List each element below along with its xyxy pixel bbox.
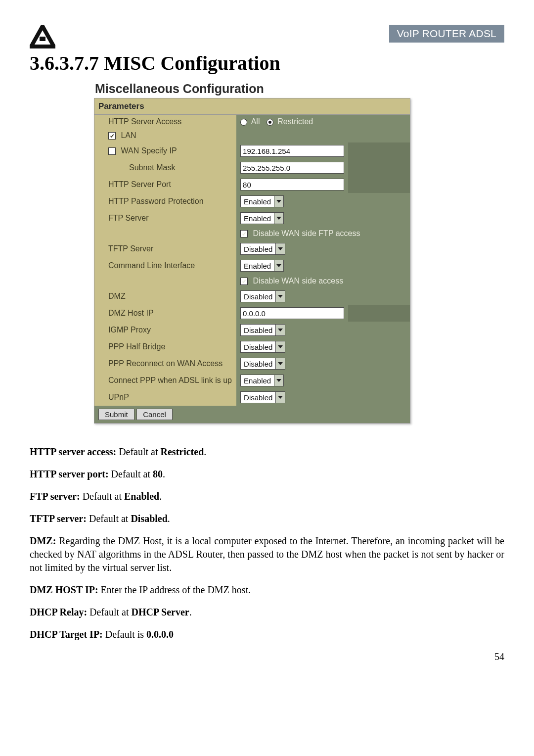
row-http-password-protection: HTTP Password Protection Enabled bbox=[94, 193, 410, 210]
row-wan-specify-ip: WAN Specify IP bbox=[94, 142, 410, 159]
svg-marker-7 bbox=[278, 329, 283, 331]
svg-marker-4 bbox=[278, 247, 283, 250]
chevron-down-icon bbox=[275, 290, 285, 302]
select-http-password-protection[interactable]: Enabled bbox=[240, 195, 284, 207]
product-badge: VoIP ROUTER ADSL bbox=[389, 25, 504, 43]
select-tftp-server[interactable]: Disabled bbox=[240, 243, 285, 255]
select-value: Disabled bbox=[240, 358, 275, 370]
desc-ftp-server: FTP server: Default at Enabled. bbox=[30, 490, 504, 503]
input-wan-specify-ip[interactable] bbox=[240, 145, 344, 157]
value-lan-empty bbox=[236, 129, 410, 142]
desc-dmz-host-ip: DMZ HOST IP: Enter the IP address of the… bbox=[30, 583, 504, 597]
config-screenshot: Miscellaneous Configuration Parameters H… bbox=[94, 82, 410, 424]
chevron-down-icon bbox=[275, 243, 285, 255]
row-buttons: Submit Cancel bbox=[94, 406, 410, 423]
input-dmz-host-ip[interactable] bbox=[240, 307, 344, 319]
desc-http-port: HTTP server port: Default at 80. bbox=[30, 468, 504, 481]
desc-http-access: HTTP server access: Default at Restricte… bbox=[30, 445, 504, 459]
checkbox-disable-wan-ftp[interactable]: ✔ bbox=[240, 230, 248, 237]
select-value: Disabled bbox=[240, 290, 275, 302]
select-ftp-server[interactable]: Enabled bbox=[240, 212, 284, 224]
radio-all-label: All bbox=[251, 117, 260, 126]
row-ftp-server: FTP Server Enabled bbox=[94, 210, 410, 227]
row-upnp: UPnP Disabled bbox=[94, 389, 410, 406]
cancel-button[interactable]: Cancel bbox=[136, 409, 173, 420]
chevron-down-icon bbox=[274, 212, 284, 224]
select-dmz[interactable]: Disabled bbox=[240, 290, 285, 302]
radio-restricted-label: Restricted bbox=[277, 117, 313, 126]
page-header: VoIP ROUTER ADSL bbox=[30, 25, 504, 49]
misc-config-panel: Parameters HTTP Server Access All Restri… bbox=[94, 98, 410, 424]
checkbox-lan[interactable]: ✔ bbox=[108, 132, 116, 140]
desc-dhcp-target-ip: DHCP Target IP: Default is 0.0.0.0 bbox=[30, 628, 504, 641]
panel-title: Miscellaneous Configuration bbox=[95, 82, 410, 96]
label-ftp-server: FTP Server bbox=[94, 210, 236, 227]
select-value: Disabled bbox=[240, 243, 275, 255]
label-subnet-mask: Subnet Mask bbox=[94, 159, 236, 176]
brand-logo-icon bbox=[30, 25, 55, 49]
svg-rect-1 bbox=[40, 37, 45, 41]
chevron-down-icon bbox=[275, 391, 285, 403]
chevron-down-icon bbox=[274, 260, 284, 272]
chevron-down-icon bbox=[274, 375, 284, 386]
select-value: Disabled bbox=[240, 391, 275, 403]
checkbox-disable-wan-access[interactable]: ✔ bbox=[240, 278, 248, 285]
select-value: Enabled bbox=[240, 212, 274, 224]
svg-marker-8 bbox=[278, 345, 283, 348]
chevron-down-icon bbox=[275, 341, 285, 353]
row-http-server-access: HTTP Server Access All Restricted bbox=[94, 115, 410, 129]
label-dmz-host-ip: DMZ Host IP bbox=[94, 305, 236, 322]
checkbox-wan-specify-ip[interactable] bbox=[108, 147, 116, 155]
select-cli[interactable]: Enabled bbox=[240, 260, 284, 272]
submit-button[interactable]: Submit bbox=[98, 409, 134, 420]
svg-marker-2 bbox=[276, 200, 281, 203]
select-value: Enabled bbox=[240, 195, 274, 207]
svg-marker-6 bbox=[278, 295, 283, 298]
row-disable-wan-ftp: ✔ Disable WAN side FTP access bbox=[94, 227, 410, 240]
row-cli: Command Line Interface Enabled bbox=[94, 257, 410, 274]
svg-marker-10 bbox=[276, 379, 281, 382]
svg-marker-5 bbox=[276, 264, 281, 267]
row-tftp-server: TFTP Server Disabled bbox=[94, 240, 410, 257]
label-ppp-reconnect: PPP Reconnect on WAN Access bbox=[94, 355, 236, 372]
chevron-down-icon bbox=[275, 358, 285, 370]
page-number: 54 bbox=[30, 651, 504, 662]
select-connect-ppp-adsl[interactable]: Enabled bbox=[240, 375, 284, 386]
cell-wan-specify: WAN Specify IP bbox=[94, 142, 236, 159]
desc-tftp-server: TFTP server: Default at Disabled. bbox=[30, 512, 504, 525]
label-disable-wan-access: Disable WAN side access bbox=[253, 277, 344, 285]
select-value: Enabled bbox=[240, 260, 274, 272]
label-upnp: UPnP bbox=[94, 389, 236, 406]
label-http-password-protection: HTTP Password Protection bbox=[94, 193, 236, 210]
radio-all[interactable] bbox=[240, 119, 247, 126]
row-disable-wan-access: ✔ Disable WAN side access bbox=[94, 274, 410, 288]
radio-restricted[interactable] bbox=[267, 119, 273, 126]
svg-marker-3 bbox=[276, 217, 281, 220]
row-dmz: DMZ Disabled bbox=[94, 288, 410, 305]
select-upnp[interactable]: Disabled bbox=[240, 391, 285, 403]
select-value: Disabled bbox=[240, 324, 275, 336]
chevron-down-icon bbox=[274, 195, 284, 207]
label-ppp-half-bridge: PPP Half Bridge bbox=[94, 338, 236, 355]
row-dmz-host-ip: DMZ Host IP bbox=[94, 305, 410, 322]
parameters-heading: Parameters bbox=[94, 98, 410, 115]
label-igmp-proxy: IGMP Proxy bbox=[94, 322, 236, 338]
row-ppp-reconnect: PPP Reconnect on WAN Access Disabled bbox=[94, 355, 410, 372]
row-ppp-half-bridge: PPP Half Bridge Disabled bbox=[94, 338, 410, 355]
label-connect-ppp-adsl: Connect PPP when ADSL link is up bbox=[94, 372, 236, 389]
row-lan: ✔ LAN bbox=[94, 129, 410, 142]
label-lan: LAN bbox=[121, 131, 136, 140]
description-text: HTTP server access: Default at Restricte… bbox=[30, 445, 504, 641]
input-subnet-mask[interactable] bbox=[240, 162, 344, 174]
select-igmp-proxy[interactable]: Disabled bbox=[240, 324, 285, 336]
select-ppp-half-bridge[interactable]: Disabled bbox=[240, 341, 285, 353]
select-value: Enabled bbox=[240, 375, 274, 386]
value-http-server-access: All Restricted bbox=[236, 115, 410, 129]
input-http-server-port[interactable] bbox=[240, 179, 344, 190]
label-http-server-port: HTTP Server Port bbox=[94, 176, 236, 193]
row-igmp-proxy: IGMP Proxy Disabled bbox=[94, 322, 410, 338]
label-disable-wan-ftp: Disable WAN side FTP access bbox=[253, 229, 360, 237]
svg-marker-9 bbox=[278, 362, 283, 365]
select-ppp-reconnect[interactable]: Disabled bbox=[240, 358, 285, 370]
label-http-server-access: HTTP Server Access bbox=[94, 115, 236, 129]
